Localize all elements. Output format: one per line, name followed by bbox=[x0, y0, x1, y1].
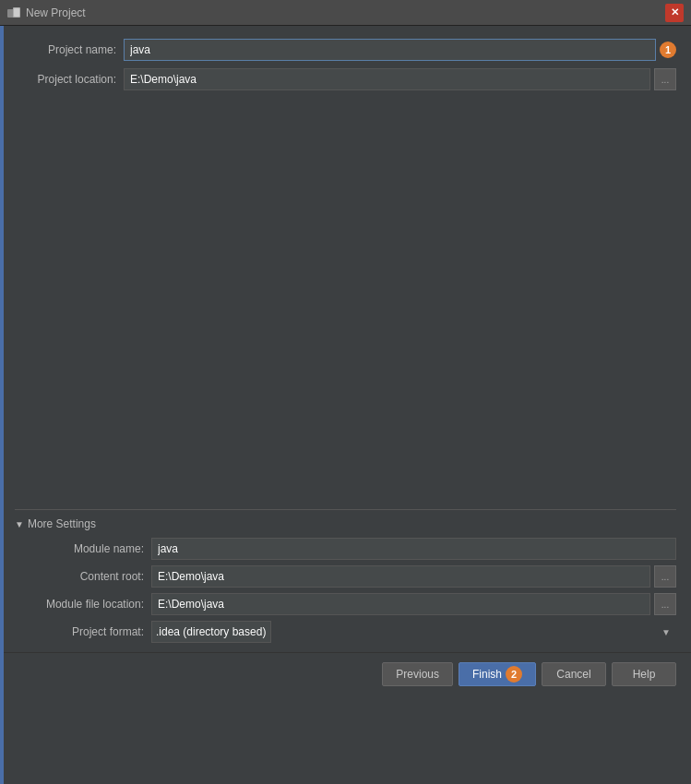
more-settings-fields: Module name: Content root: ... Module fi… bbox=[15, 538, 676, 643]
module-name-label: Module name: bbox=[24, 542, 144, 555]
project-location-label: Project location: bbox=[15, 73, 116, 86]
more-settings-section: ▼ More Settings Module name: Content roo… bbox=[0, 510, 691, 643]
content-root-browse-button[interactable]: ... bbox=[654, 565, 676, 588]
content-root-label: Content root: bbox=[24, 570, 144, 583]
project-name-label: Project name: bbox=[15, 43, 116, 56]
project-format-row: Project format: .idea (directory based) … bbox=[24, 621, 676, 643]
module-file-location-row: Module file location: ... bbox=[24, 593, 676, 615]
project-location-row: Project location: ... bbox=[15, 68, 676, 90]
more-settings-toggle[interactable]: ▼ More Settings bbox=[15, 517, 676, 530]
project-format-select-wrapper: .idea (directory based) ▼ bbox=[151, 621, 676, 643]
project-name-input[interactable] bbox=[124, 39, 656, 61]
new-project-icon bbox=[7, 6, 20, 19]
more-settings-label: More Settings bbox=[28, 517, 96, 530]
project-name-badge: 1 bbox=[660, 42, 676, 58]
cancel-button[interactable]: Cancel bbox=[542, 662, 606, 686]
project-name-row: Project name: 1 bbox=[15, 39, 676, 61]
expand-icon: ▼ bbox=[15, 519, 24, 529]
finish-button[interactable]: Finish 2 bbox=[459, 662, 536, 686]
finish-badge: 2 bbox=[506, 666, 522, 683]
help-button[interactable]: Help bbox=[612, 662, 676, 686]
window-title: New Project bbox=[26, 6, 86, 19]
previous-button[interactable]: Previous bbox=[382, 662, 453, 686]
module-name-row: Module name: bbox=[24, 538, 676, 560]
project-location-browse-button[interactable]: ... bbox=[654, 68, 676, 90]
module-file-location-input[interactable] bbox=[151, 593, 650, 615]
module-name-input[interactable] bbox=[151, 538, 676, 560]
left-accent bbox=[0, 26, 4, 784]
svg-rect-2 bbox=[14, 8, 19, 17]
select-arrow-icon: ▼ bbox=[661, 627, 671, 637]
close-button[interactable]: ✕ bbox=[665, 4, 684, 22]
project-format-label: Project format: bbox=[24, 625, 144, 638]
module-file-location-label: Module file location: bbox=[24, 598, 144, 611]
dialog-content: Project name: 1 Project location: ... bbox=[0, 26, 691, 103]
content-root-input[interactable] bbox=[151, 565, 650, 588]
empty-space bbox=[0, 103, 691, 509]
button-bar: Previous Finish 2 Cancel Help bbox=[0, 652, 691, 695]
title-bar: New Project ✕ bbox=[0, 0, 691, 26]
project-format-select[interactable]: .idea (directory based) bbox=[151, 621, 271, 643]
project-location-input[interactable] bbox=[124, 68, 650, 90]
module-file-location-browse-button[interactable]: ... bbox=[654, 593, 676, 615]
content-root-row: Content root: ... bbox=[24, 565, 676, 588]
